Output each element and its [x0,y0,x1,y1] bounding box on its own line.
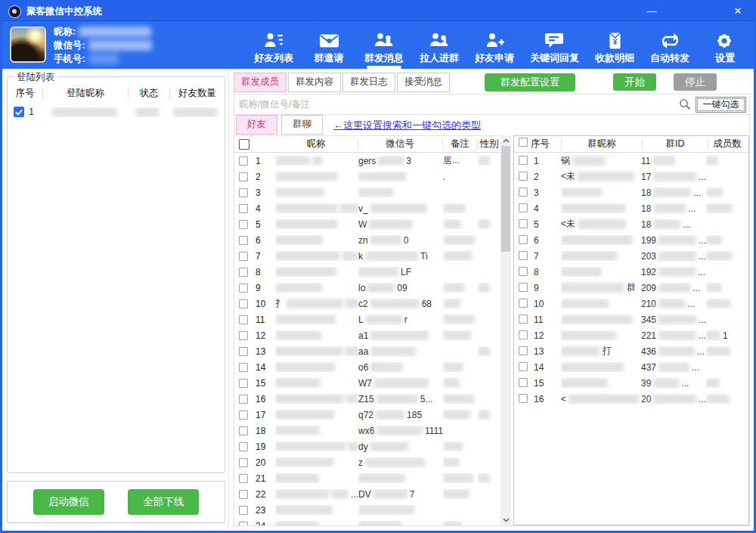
friend-row[interactable]: 16Z155... [234,391,500,407]
row-checkbox[interactable] [239,363,248,372]
nav-item-payment-detail[interactable]: ¥收款明细 [595,32,634,67]
friend-row[interactable]: 23 [234,502,500,518]
friend-row[interactable]: 21 [234,470,500,486]
row-checkbox[interactable] [519,394,528,403]
tab-log[interactable]: 群发日志 [342,73,395,92]
friend-row[interactable]: 13aa [234,343,500,359]
row-checkbox[interactable] [519,203,528,212]
row-checkbox[interactable] [239,172,248,181]
row-checkbox[interactable] [519,251,528,260]
row-checkbox[interactable] [519,330,528,339]
row-checkbox[interactable] [519,235,528,244]
nav-item-keyword-reply[interactable]: 关键词回复 [530,32,579,67]
type-tab-friends[interactable]: 好友 [236,115,277,135]
nav-item-friend-list[interactable]: 好友列表 [254,32,293,67]
scroll-down-icon[interactable] [500,515,511,525]
close-button[interactable]: ✕ [728,3,748,20]
friends-scrollbar[interactable] [500,135,511,525]
row-checkbox[interactable] [239,236,248,245]
friend-row[interactable]: 4v_ [234,200,500,216]
login-row[interactable]: 1 [8,103,225,121]
row-checkbox[interactable] [519,172,528,181]
row-checkbox[interactable] [239,490,248,499]
friend-row[interactable]: 20z [234,454,500,470]
friend-row[interactable]: 15W7 [234,375,500,391]
group-row[interactable]: 14437... [514,359,748,375]
friend-row[interactable]: 5W [234,216,500,232]
type-hint-link[interactable]: ←这里设置搜索和一键勾选的类型 [333,119,481,132]
search-input[interactable] [239,99,674,110]
row-checkbox[interactable] [519,378,528,387]
group-row[interactable]: 6199... [514,232,748,248]
row-checkbox[interactable] [239,299,248,308]
friend-row[interactable]: 10扌c268 [234,296,500,311]
friend-row[interactable]: 6zn0 [234,232,500,248]
start-wechat-button[interactable]: 启动微信 [33,489,104,515]
nav-item-friend-request[interactable]: 好友申请 [475,32,514,67]
row-checkbox[interactable] [519,156,528,165]
row-checkbox[interactable] [239,284,248,293]
friend-row[interactable]: 11Lr [234,311,500,327]
group-row[interactable]: 12221...1 [514,327,748,343]
row-checkbox[interactable] [239,331,248,340]
nav-item-pull-into-group[interactable]: 拉人进群 [420,32,459,67]
start-button[interactable]: 开始 [613,73,656,91]
row-checkbox[interactable] [239,458,248,467]
group-row[interactable]: 318... [514,184,748,200]
friend-row[interactable]: 2. [234,169,500,184]
row-checkbox[interactable] [239,268,248,277]
nav-item-auto-forward[interactable]: 自动转发 [650,32,689,67]
row-checkbox[interactable] [239,426,248,435]
scrollbar-track[interactable] [500,146,511,515]
scrollbar-thumb[interactable] [501,146,510,252]
friends-select-all-checkbox[interactable] [239,139,249,150]
friend-row[interactable]: 7kTi [234,248,500,264]
group-row[interactable]: 11345... [514,311,748,327]
friend-row[interactable]: 17q72185 [234,407,500,423]
nav-item-settings[interactable]: 设置 [705,32,745,67]
tab-members[interactable]: 群发成员 [234,73,287,92]
group-row[interactable]: 5<未18... [514,216,748,232]
group-row[interactable]: 8192... [514,264,748,280]
row-checkbox[interactable] [239,188,248,197]
group-row[interactable]: 418... [514,200,748,216]
row-checkbox[interactable] [239,379,248,388]
nav-item-group-invite[interactable]: 群邀请 [309,32,349,67]
row-checkbox[interactable] [519,187,528,197]
friend-row[interactable]: 12a1 [234,327,500,343]
group-row[interactable]: 1539... [514,375,748,391]
tab-content[interactable]: 群发内容 [288,73,341,92]
group-row[interactable]: 1锅11 [514,153,748,169]
row-checkbox[interactable] [239,204,248,213]
row-checkbox[interactable] [519,362,528,371]
select-all-button[interactable]: 一键勾选 [696,97,746,113]
minimize-button[interactable]: — [642,3,662,20]
group-row[interactable]: 16<20... [514,391,748,407]
type-tab-groups[interactable]: 群聊 [281,115,323,135]
tab-receive[interactable]: 接受消息 [397,73,450,92]
row-checkbox[interactable] [519,346,528,355]
row-checkbox[interactable] [239,220,248,229]
row-checkbox[interactable] [239,411,248,420]
row-checkbox[interactable] [519,219,528,228]
row-checkbox[interactable] [519,283,528,292]
group-row[interactable]: 2<未17... [514,169,748,184]
friend-row[interactable]: 18wx61111 [234,423,500,438]
friend-row[interactable]: 14o6 [234,359,500,375]
stop-button[interactable]: 停止 [674,73,717,91]
friend-row[interactable]: 8LF [234,264,500,280]
nav-item-mass-message[interactable]: 群发消息 [364,32,404,67]
scroll-up-icon[interactable] [500,135,511,146]
row-checkbox[interactable] [519,299,528,308]
row-checkbox[interactable] [519,315,528,324]
row-checkbox[interactable] [239,474,248,483]
groups-select-all-checkbox[interactable] [519,138,528,147]
group-row[interactable]: 9群209... [514,280,748,296]
group-row[interactable]: 10210... [514,296,748,311]
friend-row[interactable]: 1gers3居... [234,153,500,169]
mass-config-button[interactable]: 群发配置设置 [485,73,575,91]
row-checkbox[interactable] [239,506,248,515]
row-checkbox[interactable] [239,156,248,166]
row-checkbox[interactable] [239,522,248,526]
friend-row[interactable]: 22...DV7 [234,486,500,502]
